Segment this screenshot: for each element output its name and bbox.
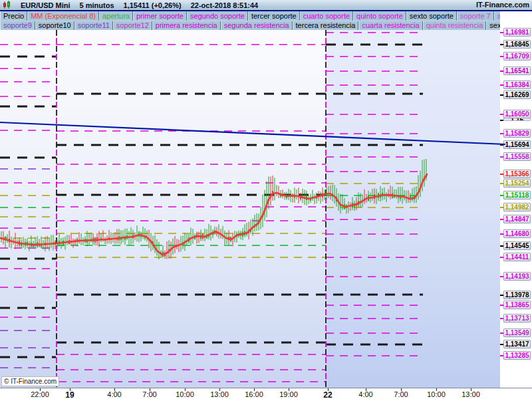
price-label: 1,13549 — [503, 329, 531, 337]
price-label: 1,15366 — [503, 170, 531, 178]
time-label: 7:00 — [142, 390, 156, 398]
legend-item-tercera-resistencia[interactable]: tercera resistencia — [293, 21, 359, 30]
time-label: 13:00 — [210, 390, 229, 398]
time-label: 10:00 — [176, 390, 194, 398]
legend-item-cuarta-resistencia[interactable]: cuarta resistencia — [358, 21, 422, 30]
legend-row-1: PrecioMM (Exponencial 8)aperturaprimer s… — [0, 11, 500, 21]
legend-item-segundo-soporte[interactable]: segundo soporte — [187, 11, 248, 21]
trading-app-window: { "header": { "symbol": "EUR/USD Mini", … — [0, 0, 532, 399]
price-label: 1,16981 — [503, 28, 531, 37]
price-label: 1,14847 — [503, 215, 531, 223]
legend-item-soporte-7[interactable]: soporte 7 — [457, 11, 494, 21]
chart-canvas[interactable] — [0, 30, 500, 388]
price-label: 1,14680 — [503, 229, 531, 238]
price-label: 1,13713 — [503, 314, 531, 323]
price-label: 1,13285 — [503, 351, 531, 360]
price-label: 1,16541 — [503, 66, 531, 75]
legend-item-sexta-resistencia[interactable]: sexta resistencia — [486, 21, 500, 30]
last-price-and-change: 1,15411 (+0,26%) — [124, 1, 182, 9]
time-label: 19 — [65, 390, 74, 399]
legend-item-precio[interactable]: Precio — [0, 11, 27, 21]
legend-item-apertura[interactable]: apertura — [99, 11, 133, 21]
time-label: 13:00 — [462, 390, 480, 398]
legend-item-mm-(exponencial-8)[interactable]: MM (Exponencial 8) — [27, 11, 99, 21]
price-label: 1,14545 — [503, 241, 531, 250]
legend-item-primer-soporte[interactable]: primer soporte — [133, 11, 187, 21]
legend-item-soporte11[interactable]: soporte11 — [74, 21, 113, 30]
time-axis[interactable]: 22:00194:007:0010:0013:0016:0019:00224:0… — [0, 388, 532, 399]
time-label: 7:00 — [394, 390, 408, 398]
legend-item-quinto-soporte[interactable]: quinto soporte — [353, 11, 406, 21]
candlestick-chart-icon — [3, 1, 11, 9]
legend-item-primera-resistencia[interactable]: primera resistencia — [152, 21, 221, 30]
legend-item-soporte9[interactable]: soporte9 — [0, 21, 35, 30]
time-label: 22 — [323, 390, 332, 399]
price-label: 1,13865 — [503, 301, 531, 309]
timeframe-label: 5 minutos — [80, 1, 114, 9]
time-label: 16:00 — [245, 390, 263, 398]
brand-logo-text: IT-Finance.com — [476, 1, 529, 9]
price-label: 1,14982 — [503, 203, 531, 211]
time-label: 22:00 — [31, 390, 49, 398]
time-label: 4:00 — [358, 390, 372, 398]
price-label: 1,15254 — [503, 179, 531, 188]
price-label: 1,15118 — [503, 191, 531, 200]
price-label: 1,13417 — [503, 340, 531, 348]
time-label: 19:00 — [279, 390, 298, 398]
price-label: 1,14193 — [503, 272, 531, 281]
legend-item-sexto-soporte[interactable]: sexto soporte — [406, 11, 457, 21]
legend-item-soporte10[interactable]: soporte10 — [35, 21, 74, 30]
price-label: 1,16709 — [503, 52, 531, 61]
price-axis[interactable]: 1,169811,168451,167091,165411,163841,162… — [500, 11, 532, 399]
copyright-label: © IT-Finance.com — [1, 376, 59, 386]
price-label: 1,14411 — [503, 253, 531, 261]
legend-row-2: soporte9soporte10soporte11soporte12prime… — [0, 21, 500, 30]
legend-item-cuarto-soporte[interactable]: cuarto soporte — [300, 11, 353, 21]
last-update-datetime: 22-oct-2018 8:51:44 — [191, 1, 259, 9]
price-label: 1,16384 — [503, 80, 531, 89]
price-label: 1,15694 — [503, 140, 531, 149]
chart-plot — [0, 30, 500, 388]
price-label: 1,16845 — [503, 40, 531, 49]
price-label: 1,15829 — [503, 129, 531, 138]
legend-item-tercer-soporte[interactable]: tercer soporte — [248, 11, 300, 21]
price-label: 1,16050 — [503, 110, 531, 118]
time-label: 10:00 — [427, 390, 446, 398]
price-label: 1,16269 — [503, 90, 531, 99]
price-label: 1,15558 — [503, 152, 531, 161]
price-label: 1,13978 — [503, 291, 531, 299]
legend-item-quinta-resistencia[interactable]: quinta resistencia — [423, 21, 487, 30]
time-label: 4:00 — [107, 390, 121, 398]
instrument-name: EUR/USD Mini — [21, 1, 70, 9]
legend-item-soporte-8[interactable]: soporte 8 — [494, 11, 500, 21]
legend-item-segunda-resistencia[interactable]: segunda resistencia — [221, 21, 293, 30]
title-bar: EUR/USD Mini 5 minutos 1,15411 (+0,26%) … — [0, 0, 532, 11]
legend-item-soporte12[interactable]: soporte12 — [113, 21, 152, 30]
